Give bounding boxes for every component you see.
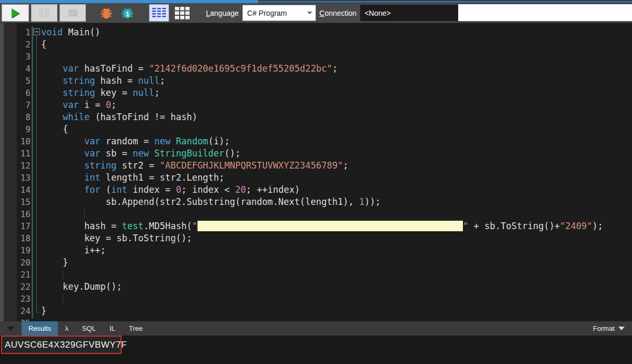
code-token: "ABCDEFGHJKLMNPQRSTUVWXYZ23456789": [160, 160, 343, 171]
code-token: var: [63, 100, 79, 110]
dock-toggle-icon[interactable]: [7, 327, 14, 331]
line-number: 14: [0, 184, 31, 196]
code-token: int: [84, 172, 101, 183]
code-token: [41, 63, 63, 74]
code-line: 10 var random = new Random(i);: [0, 135, 632, 147]
line-number: 24: [0, 305, 31, 317]
code-token: test: [122, 221, 144, 231]
code-line: 19 i++;: [0, 244, 632, 257]
debug-bug-count-icon: 1: [120, 5, 135, 21]
line-number: 25: [0, 317, 31, 321]
code-token: while: [63, 112, 90, 122]
code-line: 5 string hash = null;: [0, 75, 632, 87]
code-line: 3: [0, 51, 632, 63]
code-token: .MD5Hash(: [143, 221, 192, 231]
code-token: string: [63, 87, 95, 98]
line-number: 11: [0, 147, 31, 160]
code-token: hash =: [41, 221, 122, 231]
code-token: {: [41, 124, 68, 134]
code-line: 18 key = sb.ToString();: [0, 232, 632, 244]
tab-sql[interactable]: SQL: [75, 321, 103, 336]
code-token: ;: [111, 100, 116, 110]
language-value: C# Program: [247, 9, 307, 17]
stop-icon: [68, 9, 77, 16]
code-token: for: [84, 184, 101, 195]
code-token: str2 =: [116, 160, 160, 171]
code-line: 11 var sb = new StringBuilder();: [0, 147, 632, 160]
code-token: 20: [235, 184, 246, 195]
code-token: {: [41, 39, 46, 50]
line-number: 1: [0, 26, 31, 38]
language-label: Language: [206, 9, 239, 17]
code-token: + sb.ToString()+: [468, 221, 560, 231]
code-token: [41, 75, 63, 86]
code-token: ));: [364, 196, 381, 207]
line-number: 23: [0, 293, 31, 305]
connection-select[interactable]: <None>: [360, 5, 458, 21]
pause-button[interactable]: [31, 4, 57, 22]
code-token: var: [63, 63, 79, 74]
code-line: 24}: [0, 305, 632, 317]
rich-text-results-button[interactable]: [149, 4, 169, 22]
line-number: 15: [0, 196, 31, 208]
line-number: 10: [0, 135, 31, 147]
line-number: 17: [0, 220, 31, 232]
code-token: ;: [332, 63, 338, 74]
code-line: 20 }: [0, 257, 632, 269]
line-number: 16: [0, 208, 31, 220]
code-line: 22 key.Dump();: [0, 281, 632, 293]
code-token: void: [41, 27, 63, 37]
pause-icon: [39, 9, 49, 17]
result-value: AUVSC6E4X329GFVBWY7F: [2, 340, 127, 350]
code-line: 1void Main(): [0, 26, 632, 38]
line-number: 20: [0, 257, 31, 269]
code-token: i =: [79, 100, 106, 110]
code-token: sb.Append(str2.Substring(random.Next(len…: [41, 196, 359, 207]
code-editor[interactable]: 1void Main()2{34 var hasToFind = "2142f6…: [0, 23, 632, 321]
code-token: 0: [176, 184, 181, 195]
code-line: 9 {: [0, 123, 632, 135]
code-token: "2409": [560, 221, 592, 231]
code-line: 2{: [0, 38, 632, 51]
code-token: [171, 136, 176, 146]
code-token: new: [133, 148, 149, 159]
code-token: Main(): [63, 27, 101, 37]
code-token: ; index <: [181, 184, 235, 195]
code-token: ; ++index): [246, 184, 300, 195]
indent-guide: [63, 270, 63, 280]
code-token: ;: [343, 160, 348, 171]
code-token: string: [84, 160, 116, 171]
code-token: 0: [106, 100, 111, 110]
code-token: [41, 160, 84, 171]
stop-button[interactable]: [60, 4, 86, 22]
tab-il[interactable]: IL: [103, 321, 122, 336]
language-select[interactable]: C# Program: [242, 5, 316, 21]
line-number: 22: [0, 281, 31, 293]
code-token: Random: [176, 136, 208, 146]
code-line: 23: [0, 293, 632, 305]
code-token: [41, 184, 84, 195]
debug-step-button[interactable]: 1: [118, 4, 136, 22]
line-number: 19: [0, 244, 31, 257]
line-number: 13: [0, 172, 31, 184]
line-number: 2: [0, 38, 31, 51]
line-number: 7: [0, 99, 31, 111]
chevron-down-icon: [307, 12, 312, 14]
code-token: [41, 136, 84, 146]
tab-tree[interactable]: Tree: [122, 321, 150, 336]
results-pane: AUVSC6E4X329GFVBWY7F: [0, 336, 632, 364]
indent-guide: [63, 294, 63, 304]
code-line: 14 for (int index = 0; index < 20; ++ind…: [0, 184, 632, 196]
grid-results-button[interactable]: [172, 4, 192, 22]
code-token: [41, 112, 63, 122]
tab--[interactable]: λ: [58, 321, 75, 336]
run-button[interactable]: [2, 4, 29, 22]
code-token: [41, 100, 63, 110]
format-dropdown[interactable]: Format: [593, 324, 632, 332]
format-chevron-icon: [618, 327, 625, 330]
code-line: 17 hash = test.MD5Hash("" + sb.ToString(…: [0, 220, 632, 232]
indent-guide: [84, 209, 85, 219]
debug-button[interactable]: [97, 4, 115, 22]
format-label: Format: [593, 324, 615, 332]
tab-results[interactable]: Results: [22, 321, 58, 336]
